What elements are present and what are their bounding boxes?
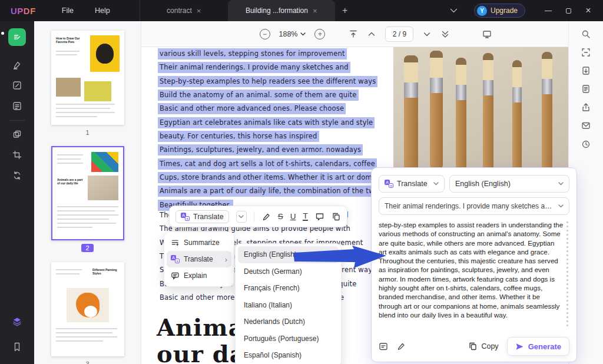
language-option-dutch[interactable]: Nederlands (Dutch) [238, 313, 339, 330]
maximize-button[interactable] [558, 0, 578, 21]
zoom-out-button[interactable]: − [260, 29, 270, 39]
selected-text-line[interactable]: Paintings, sculptures, jewelry, and even… [158, 144, 363, 155]
thumb-image-fox [67, 288, 109, 322]
ai-context-menu: Summarize A a Translate › Explain [164, 231, 234, 287]
strikethrough-button[interactable]: S [278, 212, 283, 221]
chevron-down-icon [433, 182, 439, 186]
menu-item-summarize[interactable]: Summarize [167, 234, 231, 251]
language-option-portuguese[interactable]: Português (Portuguese) [238, 330, 339, 348]
selected-text-line[interactable]: beauty. For centuries, this horse has in… [158, 131, 319, 142]
edit-button[interactable] [7, 77, 27, 94]
document-toolbar: − 188% + 2 / 9 [141, 21, 568, 47]
menu-item-explain[interactable]: Explain [167, 267, 231, 284]
close-icon[interactable]: × [197, 6, 201, 15]
reader-icon[interactable] [581, 84, 591, 94]
zoom-level-dropdown[interactable]: 188% [279, 30, 306, 38]
crop-button[interactable] [7, 146, 27, 164]
selected-text-line[interactable]: Build the anatomy of an animal. some of … [158, 90, 359, 101]
zoom-in-button[interactable]: + [314, 29, 325, 39]
menu-file[interactable]: File [56, 4, 79, 17]
markup-mode-button[interactable] [8, 28, 26, 46]
language-option-french[interactable]: Français (French) [238, 280, 339, 297]
rail-divider [9, 120, 25, 121]
tab-contract[interactable]: contract × [140, 0, 228, 21]
source-text: Their animal renderings. I provide many … [385, 202, 555, 210]
history-icon[interactable] [581, 140, 591, 149]
page-thumbnail-1[interactable]: How to Draw Our Favorite Pets [51, 31, 124, 125]
selected-text-line[interactable]: Cups, store brands and other items. Whet… [158, 172, 390, 183]
close-window-button[interactable]: × [578, 0, 598, 21]
tab-label: contract [167, 6, 192, 15]
batch-layers-button[interactable] [7, 313, 27, 330]
copy-translation-button[interactable]: Copy [468, 342, 498, 351]
selected-text-line[interactable]: various skill levels, stepping stones fo… [158, 48, 347, 59]
copy-label: Copy [481, 342, 498, 350]
translated-text: step-by-step examples to assist readers … [379, 220, 569, 327]
generate-label: Generate [528, 342, 561, 351]
translate-icon: A a [385, 180, 393, 188]
translate-button[interactable]: A a Translate [175, 210, 229, 223]
pointer-arrow [293, 245, 390, 274]
panel-footer: Copy Generate [379, 337, 569, 356]
selected-text-line[interactable]: Step-by-step examples to help readers se… [158, 76, 377, 87]
ai-action-label: Translate [397, 180, 428, 188]
comment-button[interactable] [315, 212, 324, 221]
copy-button[interactable] [332, 212, 341, 221]
submenu-arrow-icon: › [225, 255, 227, 264]
chevron-down-icon [558, 182, 564, 186]
upgrade-button[interactable]: Y Upgrade [474, 4, 525, 18]
bookmark-button[interactable] [7, 338, 27, 356]
form-button[interactable] [7, 97, 27, 115]
menu-item-label: Translate [184, 255, 213, 263]
menu-help[interactable]: Help [89, 4, 116, 17]
close-icon[interactable]: × [313, 6, 317, 15]
page-thumbnail-3[interactable]: Different Painting Styles [51, 262, 124, 356]
language-option-italian[interactable]: Italiano (Italian) [238, 297, 339, 314]
page-number-3: 3 [34, 360, 141, 364]
page-thumbnail-2[interactable]: Animals are a part of our daily life [51, 146, 124, 240]
annotate-pen-button[interactable] [396, 342, 406, 351]
previous-page-button[interactable] [367, 29, 376, 39]
underline-button[interactable]: U [290, 212, 296, 221]
paintbrushes-image[interactable] [393, 47, 568, 167]
selected-text-line[interactable]: Times, cat and dog art sells a lot of t-… [158, 158, 377, 170]
convert-button[interactable] [7, 167, 27, 184]
menu-item-translate[interactable]: A a Translate › [167, 251, 231, 267]
upgrade-label: Upgrade [491, 6, 518, 15]
organize-pages-button[interactable] [7, 125, 27, 143]
share-icon[interactable] [581, 102, 591, 112]
compress-icon[interactable] [581, 66, 591, 75]
selected-text-line[interactable]: Animals are a part of our daily life, th… [158, 186, 380, 197]
mail-icon[interactable] [581, 121, 591, 131]
translate-dropdown-caret[interactable] [236, 211, 247, 223]
ocr-icon[interactable] [581, 48, 591, 57]
thumb-image-pug [90, 35, 120, 72]
selected-text-line[interactable]: Their animal renderings. I provide many … [158, 62, 350, 73]
highlight-pen-button[interactable] [261, 212, 271, 221]
language-option-spanish[interactable]: Español (Spanish) [238, 347, 339, 364]
add-note-button[interactable] [379, 342, 388, 352]
tab-building-information[interactable]: Building ...formation × [228, 0, 335, 21]
avatar: Y [477, 6, 487, 16]
source-text-select[interactable]: Their animal renderings. I provide many … [379, 197, 569, 215]
translate-icon: A a [171, 255, 180, 263]
panel-scrollbar[interactable] [566, 221, 568, 326]
search-icon[interactable] [581, 29, 591, 39]
new-tab-button[interactable]: + [335, 0, 355, 21]
page-indicator-input[interactable]: 2 / 9 [385, 27, 413, 42]
go-to-top-button[interactable] [349, 29, 358, 39]
presentation-mode-button[interactable] [482, 29, 492, 39]
selected-text-line[interactable]: Basic and other more advanced ones. Plea… [158, 103, 346, 114]
ai-action-select[interactable]: A a Translate [379, 175, 445, 193]
minimize-button[interactable]: — [538, 0, 558, 21]
generate-button[interactable]: Generate [507, 337, 569, 356]
target-language-select[interactable]: English (English) [449, 175, 569, 193]
thumb-photo [56, 78, 81, 97]
next-page-button[interactable] [422, 29, 432, 39]
chevron-down-icon[interactable] [450, 8, 458, 13]
go-to-bottom-button[interactable] [440, 29, 450, 39]
text-style-button[interactable]: T [303, 212, 307, 221]
selected-text-line[interactable]: Egyptian art celebrates animals like cat… [158, 117, 375, 128]
rail-bottom-group [7, 310, 27, 356]
highlighter-button[interactable] [7, 56, 27, 74]
